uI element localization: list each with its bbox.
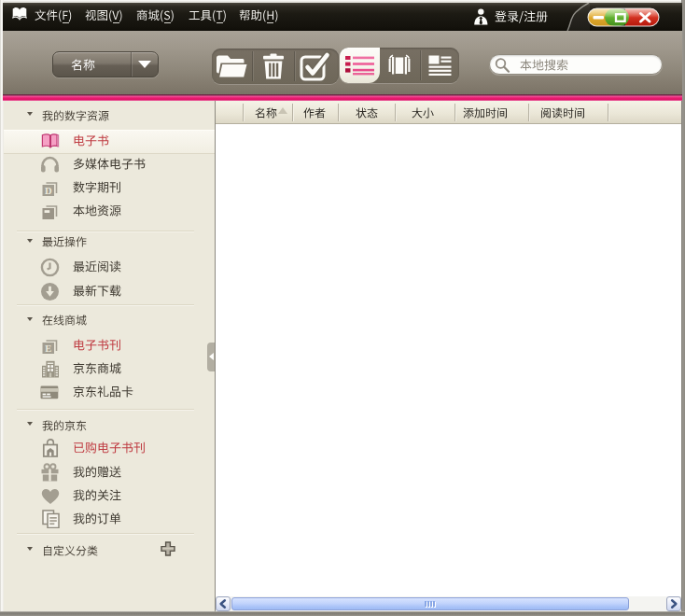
svg-text:D: D <box>45 186 52 196</box>
svg-text:E: E <box>45 343 51 354</box>
